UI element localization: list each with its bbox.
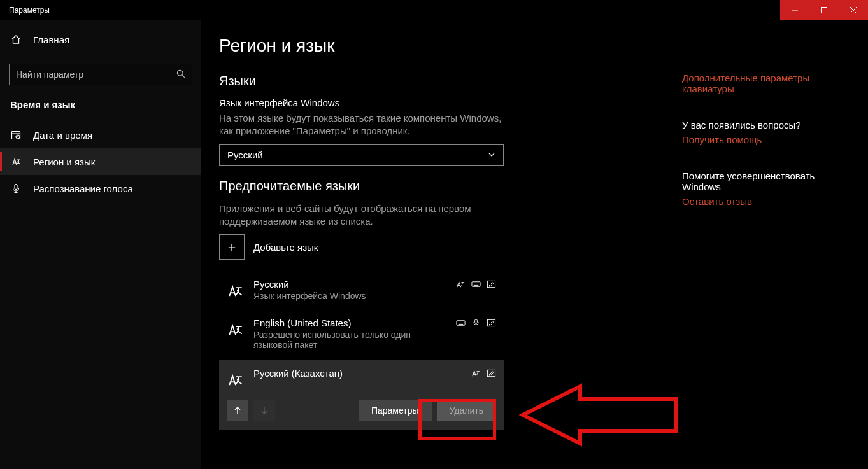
- feedback-question: Помогите усовершенствовать Windows: [682, 171, 848, 192]
- handwriting-icon: [486, 279, 496, 289]
- add-language-label: Добавьте язык: [253, 242, 318, 253]
- minimize-button[interactable]: [780, 0, 809, 20]
- page-title: Регион и язык: [219, 36, 697, 56]
- language-icon: [10, 156, 22, 167]
- language-name: Русский: [253, 279, 446, 290]
- search-box[interactable]: [9, 64, 192, 85]
- language-features: [455, 279, 496, 301]
- handwriting-icon: [486, 318, 496, 328]
- svg-line-10: [18, 137, 18, 137]
- home-icon: [10, 34, 22, 45]
- link-keyboard-settings[interactable]: Дополнительные параметры клавиатуры: [682, 73, 848, 94]
- language-glyph-icon: [227, 320, 245, 339]
- svg-rect-15: [456, 320, 464, 325]
- help-question: У вас появились вопросы?: [682, 120, 848, 130]
- maximize-button[interactable]: [809, 0, 839, 20]
- close-button[interactable]: [839, 0, 868, 20]
- nav-home-label: Главная: [33, 34, 69, 45]
- nav-home[interactable]: Главная: [0, 27, 201, 52]
- window-title: Параметры: [9, 6, 50, 15]
- language-features: [471, 368, 496, 389]
- svg-rect-17: [474, 319, 477, 323]
- chevron-down-icon: [488, 150, 495, 160]
- nav-item-label: Регион и язык: [33, 157, 95, 167]
- svg-rect-19: [487, 370, 495, 376]
- link-get-help[interactable]: Получить помощь: [682, 134, 848, 145]
- language-item-russian-kz-selected: Русский (Казахстан): [219, 360, 504, 430]
- svg-rect-14: [487, 281, 495, 287]
- ui-lang-value: Русский: [227, 150, 263, 160]
- nav-speech[interactable]: Распознавание голоса: [0, 175, 201, 202]
- button-label: Удалить: [450, 405, 483, 416]
- handwriting-icon: [486, 368, 496, 378]
- svg-rect-1: [822, 8, 827, 13]
- language-glyph-icon: [227, 281, 245, 300]
- language-sub: Разрешено использовать только один языко…: [253, 330, 446, 350]
- nav-item-label: Дата и время: [33, 130, 92, 141]
- preferred-heading: Предпочитаемые языки: [219, 179, 697, 193]
- button-label: Параметры: [371, 405, 419, 416]
- nav-region-language[interactable]: Регион и язык: [0, 148, 201, 175]
- svg-rect-11: [15, 185, 17, 190]
- sidebar: Главная Время и язык Дата и время Регион…: [0, 20, 201, 469]
- language-sub: Язык интерфейса Windows: [253, 291, 446, 301]
- ui-lang-description: На этом языке будут показываться такие к…: [219, 112, 506, 138]
- nav-item-label: Распознавание голоса: [33, 183, 133, 194]
- language-features: [455, 318, 496, 350]
- keyboard-icon: [455, 318, 466, 328]
- language-options-button[interactable]: Параметры: [359, 400, 432, 421]
- speech-icon: [471, 318, 481, 328]
- svg-rect-18: [487, 319, 495, 326]
- search-icon: [176, 69, 185, 80]
- language-item-russian[interactable]: Русский Язык интерфейса Windows: [219, 272, 504, 307]
- preferred-description: Приложения и веб-сайты будут отображатьс…: [219, 202, 506, 228]
- language-item-english[interactable]: English (United States) Разрешено исполь…: [219, 311, 504, 356]
- move-down-button[interactable]: [253, 400, 275, 421]
- microphone-icon: [10, 183, 22, 194]
- ui-lang-select[interactable]: Русский: [219, 144, 504, 166]
- nav-date-time[interactable]: Дата и время: [0, 122, 201, 148]
- ui-lang-label: Язык интерфейса Windows: [219, 97, 697, 108]
- move-up-button[interactable]: [227, 400, 248, 421]
- search-input[interactable]: [16, 69, 176, 80]
- related-links: Дополнительные параметры клавиатуры У ва…: [682, 73, 848, 232]
- svg-line-5: [182, 75, 185, 78]
- language-glyph-icon: [227, 370, 245, 389]
- language-item-russian-kz[interactable]: Русский (Казахстан): [227, 368, 496, 389]
- languages-heading: Языки: [219, 74, 697, 88]
- keyboard-icon: [471, 279, 481, 289]
- titlebar: Параметры: [0, 0, 868, 20]
- display-lang-icon: [455, 279, 466, 289]
- sidebar-group-title: Время и язык: [0, 99, 201, 110]
- language-name: English (United States): [253, 318, 446, 328]
- svg-point-4: [177, 70, 183, 76]
- plus-icon: ＋: [219, 234, 245, 260]
- calendar-clock-icon: [10, 129, 22, 141]
- window-controls: [780, 0, 868, 20]
- add-language-button[interactable]: ＋ Добавьте язык: [219, 234, 697, 260]
- language-remove-button[interactable]: Удалить: [437, 400, 496, 421]
- main-content: Регион и язык Языки Язык интерфейса Wind…: [201, 20, 868, 469]
- svg-rect-12: [471, 281, 480, 286]
- display-lang-icon: [471, 368, 481, 378]
- language-name: Русский (Казахстан): [253, 368, 462, 379]
- link-feedback[interactable]: Оставить отзыв: [682, 196, 848, 207]
